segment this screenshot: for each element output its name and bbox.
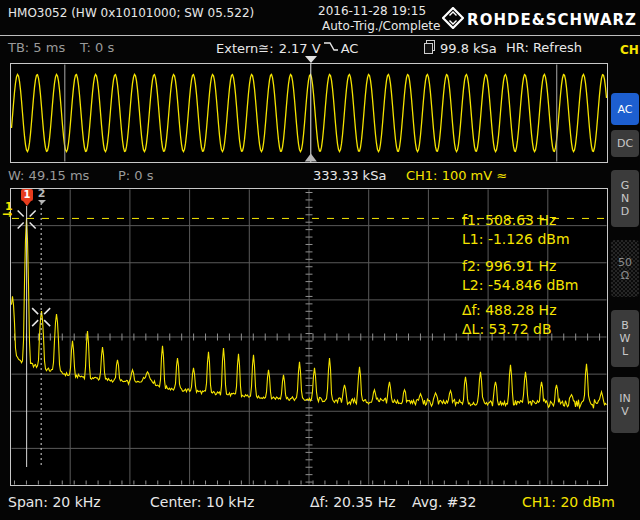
timebase-readout: TB: 5 ms — [8, 40, 65, 55]
sample-rate-readout: 333.33 kSa — [313, 168, 386, 183]
measurement-l1: L1: -1.126 dBm — [462, 231, 570, 247]
cursor1-cross-icon — [18, 222, 24, 228]
sample-count: 99.8 kSa — [440, 41, 497, 56]
waveform-window-frame — [11, 64, 608, 163]
trigger-position-marker-icon[interactable] — [305, 56, 317, 63]
cursor1-cross-icon — [30, 210, 36, 216]
softkey-50ohm-value: 50 — [618, 256, 632, 269]
cursor1-cross-icon — [18, 210, 24, 216]
acquisition-readout: 99.8 kSa — [423, 40, 497, 57]
trigger-source: Extern — [216, 41, 258, 56]
header-divider — [0, 35, 640, 36]
memory-pages-icon — [423, 40, 436, 57]
cursor2-cross-icon — [32, 308, 38, 314]
zoom-position-triangle-icon — [305, 154, 317, 162]
softkey-50ohm[interactable]: 50 Ω — [611, 240, 639, 297]
hr-mode-readout: HR: Refresh — [506, 40, 582, 55]
falling-edge-icon — [323, 40, 339, 56]
trigger-status: Auto-Trig./Complete — [322, 19, 440, 33]
channel1-reference-marker[interactable]: 1 → — [2, 202, 13, 219]
measurement-f1: f1: 508.63 Hz — [462, 212, 556, 228]
trigger-level: 2.17 V — [279, 41, 321, 56]
measurement-delta-f: Δf: 488.28 Hz — [462, 302, 557, 318]
cursor2-cross-icon — [32, 320, 38, 326]
rohde-schwarz-diamond-icon — [442, 7, 464, 33]
softkey-dc-coupling[interactable]: DC — [611, 130, 639, 157]
channel-scale-readout: CH1: 100 mV ≈ — [406, 168, 507, 183]
device-info: HMO3052 (HW 0x10101000; SW 05.522) — [8, 6, 254, 20]
ohm-symbol: Ω — [618, 269, 632, 282]
cursor2-cross-icon — [44, 308, 50, 314]
approx-symbol: ≅: — [258, 41, 273, 56]
right-arrow-icon: → — [2, 210, 13, 219]
rbw-readout: Δf: 20.35 Hz — [310, 494, 396, 510]
measurement-l2: L2: -54.846 dBm — [462, 277, 579, 293]
softkey-ac-coupling[interactable]: AC — [611, 93, 639, 125]
cursor2-pointer-icon — [38, 200, 46, 204]
oscilloscope-screen: HMO3052 (HW 0x10101000; SW 05.522) 2016-… — [0, 0, 640, 520]
sidebar-channel-label: CH1 — [620, 44, 632, 57]
softkey-bwl[interactable]: BWL — [611, 310, 639, 367]
brand-logo: ROHDE&SCHWARZ — [442, 7, 637, 33]
span-readout: Span: 20 kHz — [8, 494, 101, 510]
cursor1-cross-icon — [30, 222, 36, 228]
cursor1-flag[interactable]: 1 — [21, 189, 33, 201]
cursor2-number: 2 — [38, 187, 46, 200]
softkey-gnd[interactable]: GND — [611, 170, 639, 227]
softkey-inv[interactable]: INV — [611, 377, 639, 433]
vertical-scale-readout: CH1: 20 dBm — [522, 494, 615, 510]
brand-name: ROHDE&SCHWARZ — [467, 11, 637, 29]
ac-coupling-symbol: ≈ — [496, 168, 507, 183]
window-position-readout: P: 0 s — [118, 168, 154, 183]
trigger-coupling: AC — [341, 41, 359, 56]
average-count-readout: Avg. #32 — [412, 494, 476, 510]
trigger-settings-readout: Extern≅: 2.17 V AC — [216, 40, 358, 56]
measurement-delta-l: ΔL: 53.72 dB — [462, 321, 552, 337]
zoom-waveform-trace — [12, 74, 607, 151]
channel-scale-value: CH1: 100 mV — [406, 168, 492, 183]
cursor2-flag[interactable]: 2 — [36, 187, 47, 204]
trigger-time-readout: T: 0 s — [80, 40, 114, 55]
measurement-f2: f2: 996.91 Hz — [462, 258, 556, 274]
window-width-readout: W: 49.15 ms — [8, 168, 89, 183]
center-freq-readout: Center: 10 kHz — [150, 494, 254, 510]
datetime: 2016-11-28 19:15 — [318, 4, 426, 18]
cursor2-cross-icon — [44, 320, 50, 326]
